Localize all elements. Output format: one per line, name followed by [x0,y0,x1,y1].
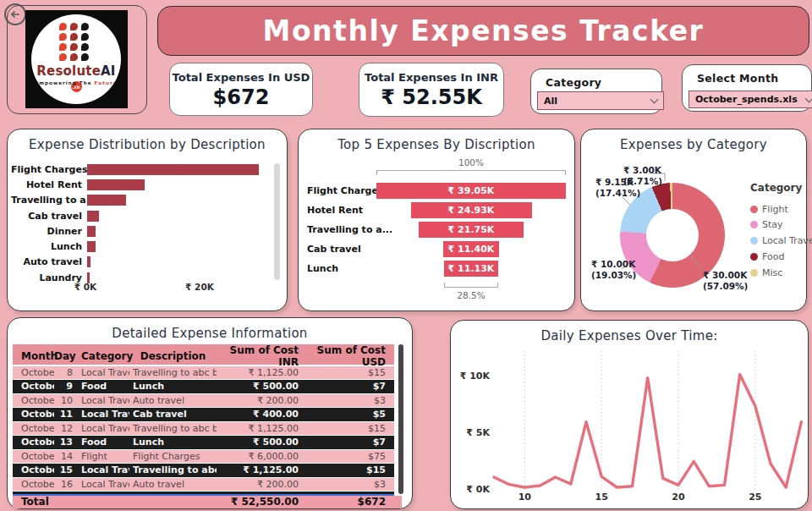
column-header-0[interactable]: Month [13,350,54,362]
category-select-value: All [544,96,557,107]
legend-item-flight[interactable]: Flight [750,204,812,214]
cell: October [13,464,54,476]
bar-track [87,195,272,206]
total-usd: $672 [307,496,394,508]
donut-hole [646,209,699,261]
bar-chart-row: Hotel Rent [11,177,272,192]
funnel-row: Lunch₹ 11.13K [299,261,574,277]
funnel-row: Travelling to a...₹ 21.75K [299,222,574,238]
funnel-bar-2[interactable]: ₹ 21.75K [419,222,524,238]
category-filter-card: Category All [530,69,662,114]
funnel-bar-area: ₹ 24.93K [376,202,566,218]
bar-chart-row: Dinner [11,223,272,239]
funnel-row: Flight Charges₹ 39.05K [299,183,574,199]
kpi-inr-label: Total Expenses In INR [359,71,503,84]
cell: $3 [307,478,394,491]
bar-3[interactable] [87,211,99,222]
bar-chart-row: Flight Charges [11,162,272,177]
bar-track [87,164,272,175]
funnel-row: Hotel Rent₹ 24.93K [299,202,574,218]
donut-callout-flight: ₹ 30.00K (57.09%) [703,270,748,292]
table-row[interactable]: October14FlightFlight Charges₹ 6,000.00$… [13,450,394,463]
logo-brand-text: ResoluteAI .in [31,63,121,94]
funnel-bottom-percent: 28.5% [376,290,566,300]
kpi-usd-value: $672 [170,85,312,109]
bar-category-label: Travelling to a... [11,195,87,206]
cell: $5 [307,408,394,420]
funnel-bar-1[interactable]: ₹ 24.93K [411,202,532,218]
bar-4[interactable] [87,226,96,237]
bar-track [87,211,272,222]
cell: 13 [54,436,78,448]
table-row[interactable]: October9FoodLunch₹ 500.00$7 [13,380,394,393]
donut-legend: Category FlightStayLocal TravelFoodMisc [750,182,812,283]
donut-chart-title: Expenses by Category [581,137,806,152]
bar-6[interactable] [87,256,91,267]
company-logo: ResoluteAI .in Empowering The Future [7,5,147,114]
bar-0[interactable] [87,164,259,175]
funnel-bar-4[interactable]: ₹ 11.13K [444,261,498,277]
month-select[interactable]: October_spends.xls [689,91,812,108]
column-header-3[interactable]: Description [129,350,217,362]
bar-2[interactable] [87,195,126,206]
legend-item-misc[interactable]: Misc [750,267,812,277]
table-row[interactable]: October12Local TravelTravelling to abc b… [13,422,394,435]
category-select[interactable]: All [537,91,664,110]
funnel-chart-title: Top 5 Expenses By Discription [299,137,574,152]
funnel-bar-area: ₹ 39.05K [376,183,566,199]
column-header-4[interactable]: Sum of Cost INR [217,344,307,368]
legend-item-stay[interactable]: Stay [750,220,812,230]
bar-chart-plot: Flight ChargesHotel RentTravelling to a.… [11,162,272,285]
table-header-row: MonthDayCategoryDescriptionSum of Cost I… [13,344,394,365]
cell: Travelling to abc by cab [129,422,217,435]
cell: 12 [54,422,78,435]
line-chart-plot[interactable] [451,321,808,508]
cell: Travelling to abc by cab [129,366,217,379]
bar-chart-scrollbar[interactable] [274,163,280,280]
table-row[interactable]: October13FoodLunch₹ 500.00$7 [13,436,394,448]
chevron-down-icon [650,96,659,104]
funnel-bar-0[interactable]: ₹ 39.05K [376,183,566,199]
table-row[interactable]: October16Local TravelAuto travel₹ 200.00… [13,478,394,491]
bar-chart-row: Travelling to a... [11,193,272,208]
bar-chart-row: Lunch [11,239,272,254]
cell: ₹ 200.00 [217,478,307,491]
table-row[interactable]: October10Local TravelAuto travel₹ 200.00… [13,394,394,407]
cell: 14 [54,450,78,463]
cell: Auto travel [129,478,217,491]
column-header-1[interactable]: Day [54,350,78,362]
bar-chart-row: Cab travel [11,208,272,223]
legend-item-local-travel[interactable]: Local Travel [750,236,812,246]
table-row[interactable]: October11Local TravelCab travel₹ 400.00$… [13,408,394,420]
bar-1[interactable] [87,179,145,190]
month-filter-card: Select Month October_spends.xls [682,64,812,112]
column-header-2[interactable]: Category [78,350,129,362]
cell: Local Travel [78,366,129,379]
cell: October [13,450,54,463]
bar-category-label: Flight Charges [11,164,87,175]
table-row[interactable]: October15Local TravelTravelling to abc b… [13,464,394,476]
column-header-5[interactable]: Sum of Cost USD [307,344,394,368]
month-select-value: October_spends.xls [695,94,798,105]
x-axis-tick: ₹ 0K [74,282,96,292]
funnel-top-percent: 100% [376,157,566,168]
funnel-category-label: Travelling to a... [307,222,376,238]
cell: Travelling to abc by cab [129,464,217,476]
table-scrollbar[interactable] [398,344,403,494]
tagline-main: Empowering The [35,80,94,85]
logo-dot [70,43,78,51]
logo-dot [59,23,67,30]
x-axis-tick: 15 [590,492,612,503]
cell: $75 [307,450,394,463]
legend-item-food[interactable]: Food [750,251,812,261]
funnel-bar-3[interactable]: ₹ 11.40K [443,241,498,257]
donut-chart-card: Expenses by Category ₹ 30.00K (57.09%) ₹… [580,129,807,311]
legend-dot-icon [750,221,758,228]
bar-5[interactable] [87,241,96,252]
cell: $3 [307,394,394,407]
bar-chart-x-axis: ₹ 0K₹ 20K [85,282,272,294]
table-row[interactable]: October8Local TravelTravelling to abc by… [13,366,394,379]
logo-dots-icon [59,23,92,63]
cell: 16 [54,478,78,491]
total-label: Total [13,496,54,508]
